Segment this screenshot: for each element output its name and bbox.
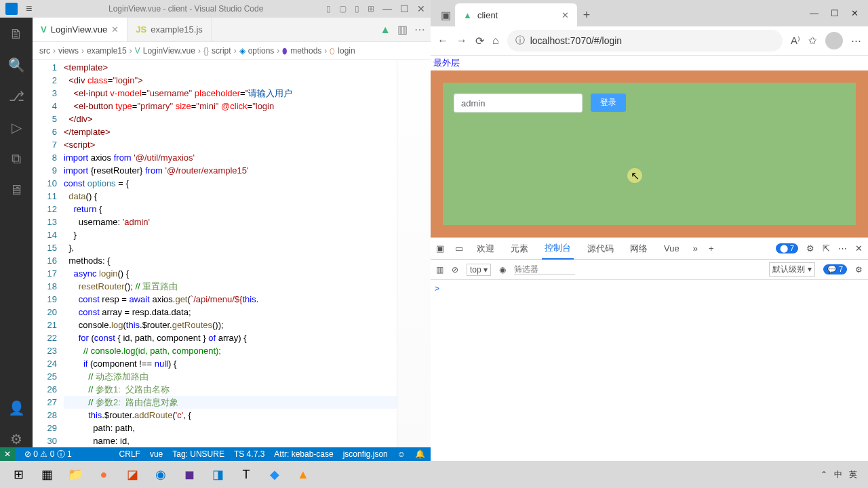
explorer-icon[interactable]: 🗎 [8, 26, 24, 42]
gear-icon[interactable]: ⚙ [8, 431, 24, 447]
console-filter-input[interactable] [514, 264, 575, 274]
context-select[interactable]: top ▾ [467, 264, 491, 276]
breadcrumb-item[interactable]: example15 [87, 46, 127, 56]
source-control-icon[interactable]: ⎇ [8, 88, 24, 104]
close-icon[interactable]: ✕ [851, 8, 859, 18]
editor-layout-icons[interactable]: ▯ ▢ ▯ ⊞ [326, 4, 374, 14]
tab-example15[interactable]: JS example15.js [127, 18, 212, 41]
breadcrumb-item[interactable]: script [212, 46, 231, 56]
hamburger-icon[interactable]: ≡ [26, 3, 32, 15]
search-icon[interactable]: 🔍 [8, 57, 24, 73]
address-bar[interactable]: ⓘ localhost:7070/#/login [507, 30, 783, 52]
lang-indicator[interactable]: 英 [849, 469, 857, 481]
task-view-icon[interactable]: ▦ [33, 464, 61, 485]
edge-icon[interactable]: ◉ [146, 464, 175, 485]
intellij-icon[interactable]: ◼ [175, 464, 203, 485]
device-toggle-icon[interactable]: ▭ [455, 243, 463, 253]
browser-tab[interactable]: ▲ client ✕ [455, 3, 577, 26]
tab-close-icon[interactable]: ✕ [111, 24, 119, 35]
maximize-icon[interactable]: ☐ [831, 8, 839, 18]
more-tabs-icon[interactable]: » [693, 243, 698, 253]
minimize-icon[interactable]: — [810, 8, 818, 18]
debug-icon[interactable]: ▷ [8, 119, 24, 136]
inspect-icon[interactable]: ▣ [436, 243, 444, 253]
breadcrumb[interactable]: src› views› example15› V LoginView.vue› … [33, 42, 431, 60]
home-icon[interactable]: ⌂ [492, 35, 499, 47]
firefox-icon[interactable]: ● [90, 464, 118, 485]
settings-icon[interactable]: ⚙ [806, 243, 814, 253]
tag-status[interactable]: Tag: UNSURE [172, 449, 224, 459]
remote-icon[interactable]: 🖥 [8, 182, 24, 198]
vlc-icon[interactable]: ▲ [289, 464, 317, 485]
devtools-close-icon[interactable]: ✕ [855, 243, 863, 253]
account-icon[interactable]: 👤 [8, 400, 24, 416]
dt-tab-console[interactable]: 控制台 [542, 238, 574, 260]
console-output[interactable]: > [431, 280, 868, 461]
tab-loginview[interactable]: V LoginView.vue ✕ [33, 18, 127, 41]
dt-tab-welcome[interactable]: 欢迎 [474, 238, 497, 260]
maximize-icon[interactable]: ☐ [400, 3, 409, 14]
extensions-icon[interactable]: ⧉ [8, 150, 24, 167]
dt-tab-network[interactable]: 网络 [627, 238, 650, 260]
breadcrumb-item[interactable]: methods [290, 46, 321, 56]
code-editor[interactable]: 1234567891011121314151617181920212223242… [33, 60, 431, 447]
add-tab-icon[interactable]: + [709, 243, 714, 253]
ime-indicator[interactable]: 中 [834, 469, 842, 481]
lang-indicator[interactable]: vue [150, 449, 163, 459]
layout-icon[interactable]: ⊞ [368, 4, 374, 14]
breadcrumb-item[interactable]: src [39, 46, 50, 56]
remote-indicator[interactable]: ✕ [0, 447, 15, 461]
dt-tab-sources[interactable]: 源代码 [585, 238, 616, 260]
breadcrumb-item[interactable]: views [58, 46, 79, 56]
file-explorer-icon[interactable]: 📁 [61, 464, 90, 485]
console-settings-icon[interactable]: ⚙ [855, 265, 863, 274]
dt-tab-vue[interactable]: Vue [661, 238, 682, 260]
issues-badge[interactable]: ⬤ 7 [776, 243, 798, 253]
new-tab-button[interactable]: + [577, 8, 596, 22]
minimap[interactable] [397, 60, 431, 447]
app-icon[interactable]: ◆ [260, 464, 289, 485]
breadcrumb-item[interactable]: options [248, 46, 275, 56]
login-button[interactable]: 登录 [591, 94, 626, 112]
clear-console-icon[interactable]: ⊘ [452, 265, 458, 274]
tray-chevron-icon[interactable]: ⌃ [821, 470, 827, 479]
site-info-icon[interactable]: ⓘ [515, 35, 525, 47]
more-icon[interactable]: ⋯ [414, 23, 425, 36]
panel-bottom-icon[interactable]: ▢ [339, 4, 347, 14]
breadcrumb-item[interactable]: LoginView.vue [143, 46, 195, 56]
office-icon[interactable]: ◪ [118, 464, 146, 485]
bell-icon[interactable]: 🔔 [415, 449, 425, 459]
attr-style[interactable]: Attr: kebab-case [274, 449, 333, 459]
ts-version[interactable]: TS 4.7.3 [234, 449, 264, 459]
split-editor-icon[interactable]: ▥ [397, 23, 408, 36]
tab-close-icon[interactable]: ✕ [561, 10, 569, 20]
breadcrumb-item[interactable]: login [338, 46, 355, 56]
live-expression-icon[interactable]: ◉ [499, 265, 506, 274]
start-button[interactable]: ⊞ [4, 464, 33, 485]
reload-icon[interactable]: ⟳ [475, 35, 484, 47]
close-icon[interactable]: ✕ [417, 3, 425, 14]
forward-icon[interactable]: → [456, 35, 467, 47]
vscode-taskbar-icon[interactable]: ◨ [203, 464, 232, 485]
feedback-icon[interactable]: ☺ [397, 449, 406, 459]
tab-actions-icon[interactable]: ▣ [436, 5, 455, 24]
profile-avatar-icon[interactable] [825, 32, 843, 49]
message-count-badge[interactable]: 💬 7 [823, 264, 847, 274]
typora-icon[interactable]: T [232, 464, 260, 485]
dock-icon[interactable]: ⇱ [823, 243, 830, 253]
panel-left-icon[interactable]: ▯ [326, 4, 331, 14]
username-input[interactable] [454, 94, 583, 113]
problems-counter[interactable]: ⊘ 0 ⚠ 0 ⓘ 1 [24, 449, 72, 460]
log-level-select[interactable]: 默认级别 ▾ [769, 262, 814, 277]
dt-tab-elements[interactable]: 元素 [508, 238, 531, 260]
menu-icon[interactable]: ⋯ [851, 35, 861, 47]
favorites-icon[interactable]: ✩ [808, 35, 817, 47]
panel-right-icon[interactable]: ▯ [355, 4, 359, 14]
eol-indicator[interactable]: CRLF [119, 449, 140, 459]
read-aloud-icon[interactable]: A⁾ [791, 35, 800, 47]
minimize-icon[interactable]: — [382, 3, 392, 14]
back-icon[interactable]: ← [437, 35, 448, 47]
jsconfig[interactable]: jsconfig.json [343, 449, 388, 459]
devtools-menu-icon[interactable]: ⋯ [838, 243, 847, 253]
sidebar-toggle-icon[interactable]: ▥ [436, 265, 443, 274]
